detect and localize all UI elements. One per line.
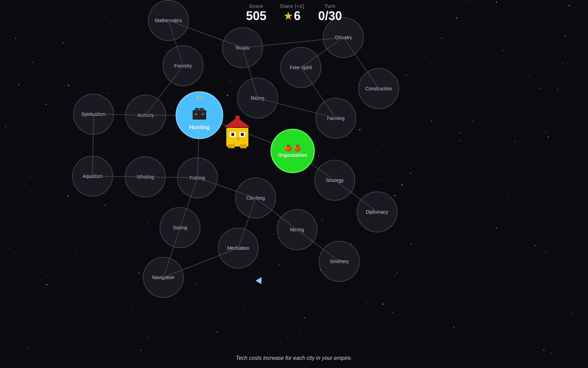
hunting-stars: ★ 5 xyxy=(196,95,203,100)
hud: Score 505 Stars (+2) ★ 6 Turn 0/30 xyxy=(246,3,342,23)
node-mathematics[interactable]: Mathematics xyxy=(148,0,189,41)
node-label: Hunting xyxy=(189,124,210,131)
node-label: Construction xyxy=(365,86,392,91)
node-farming[interactable]: Farming xyxy=(315,98,356,139)
node-label: Navigation xyxy=(152,275,175,280)
org-icons: 🍎 🍎 xyxy=(284,144,301,152)
hunting-icon xyxy=(191,107,208,123)
svg-point-29 xyxy=(201,113,204,116)
node-diplomacy[interactable]: Diplomacy xyxy=(357,191,397,232)
node-label: Mining xyxy=(290,227,304,232)
turn-display: Turn 0/30 xyxy=(318,3,342,23)
node-label: Aquatism xyxy=(83,173,102,179)
node-sailing[interactable]: Sailing xyxy=(160,207,200,248)
svg-rect-26 xyxy=(195,108,199,111)
node-meditation[interactable]: Meditation xyxy=(218,228,259,269)
node-navigation[interactable]: Navigation xyxy=(143,257,184,298)
node-smithery[interactable]: Smithery xyxy=(319,241,360,282)
cursor xyxy=(256,275,264,284)
svg-rect-30 xyxy=(226,128,248,147)
node-hunting[interactable]: ★ 5 Hunting xyxy=(176,91,223,139)
node-archery[interactable]: Archery xyxy=(125,95,166,136)
node-whaling[interactable]: Whaling xyxy=(125,156,166,197)
node-fishing[interactable]: Fishing xyxy=(177,157,218,198)
node-label: Spiritualism xyxy=(81,111,106,117)
node-riding[interactable]: Riding xyxy=(237,78,278,119)
tip-text: Tech costs increase for each city in you… xyxy=(236,355,352,361)
node-label: Forestry xyxy=(174,63,192,68)
node-forestry[interactable]: Forestry xyxy=(163,45,203,86)
node-label: Diplomacy xyxy=(366,209,388,215)
score-label: Score xyxy=(249,3,263,9)
character-sprite xyxy=(219,114,257,152)
node-label: Archery xyxy=(137,112,154,118)
node-label: Mathematics xyxy=(155,18,182,23)
svg-rect-37 xyxy=(228,144,235,148)
node-construction[interactable]: Construction xyxy=(358,68,399,109)
node-free_spirit[interactable]: Free Spirit xyxy=(280,47,321,88)
node-label: Fishing xyxy=(190,175,205,181)
node-label: Chivalry xyxy=(335,35,352,40)
node-spiritualism[interactable]: Spiritualism xyxy=(73,94,114,135)
node-label: Meditation xyxy=(227,245,249,251)
node-label: Smithery xyxy=(330,259,348,264)
stars-label: Stars (+2) xyxy=(280,3,305,9)
node-label: Whaling xyxy=(137,174,154,180)
turn-label: Turn xyxy=(325,3,336,9)
svg-rect-27 xyxy=(200,108,204,111)
svg-rect-36 xyxy=(241,133,244,136)
svg-point-28 xyxy=(195,113,197,116)
node-strategy[interactable]: Strategy xyxy=(314,160,355,201)
node-mining[interactable]: Mining xyxy=(277,209,317,250)
node-organization[interactable]: 🍎 🍎 Organization xyxy=(271,129,315,173)
node-label: Strategy xyxy=(326,178,344,183)
svg-rect-25 xyxy=(193,110,206,120)
svg-rect-35 xyxy=(231,133,234,136)
star-icon: ★ xyxy=(284,11,292,22)
score-value: 505 xyxy=(246,9,266,23)
svg-rect-32 xyxy=(235,116,240,119)
stars-value: ★ 6 xyxy=(284,9,300,23)
node-label: Climbing xyxy=(246,195,265,201)
node-label: Organization xyxy=(278,152,307,158)
node-climbing[interactable]: Climbing xyxy=(235,178,276,218)
stars-display: Stars (+2) ★ 6 xyxy=(280,3,305,23)
node-roads[interactable]: Roads xyxy=(222,27,263,68)
stars-number: 6 xyxy=(294,9,300,23)
node-label: Sailing xyxy=(173,225,187,230)
node-label: Riding xyxy=(251,95,264,101)
score-display: Score 505 xyxy=(246,3,266,23)
svg-rect-38 xyxy=(240,144,247,148)
node-label: Roads xyxy=(236,45,249,50)
node-label: Free Spirit xyxy=(290,65,312,70)
node-chivalry[interactable]: Chivalry xyxy=(323,17,364,58)
node-aquatism[interactable]: Aquatism xyxy=(72,156,113,197)
turn-value: 0/30 xyxy=(318,9,342,23)
node-label: Farming xyxy=(327,116,344,121)
